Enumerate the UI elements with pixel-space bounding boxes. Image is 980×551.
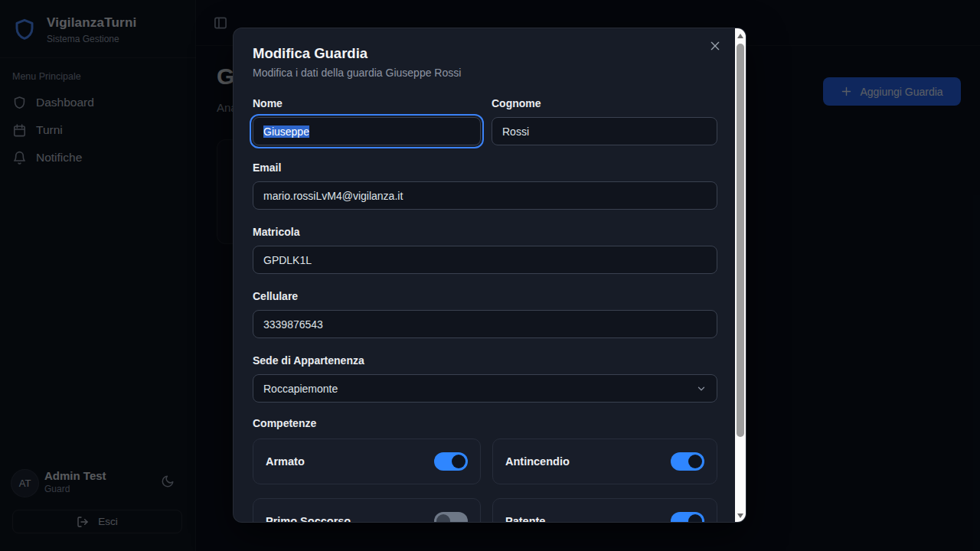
competenza-card-patente: Patente bbox=[492, 498, 717, 523]
modal-subtitle: Modifica i dati della guardia Giuseppe R… bbox=[253, 67, 461, 79]
cognome-value: Rossi bbox=[502, 126, 529, 138]
nome-label: Nome bbox=[253, 96, 481, 111]
sede-value: Roccapiemonte bbox=[263, 383, 338, 395]
armato-label: Armato bbox=[266, 455, 305, 468]
edit-guard-modal: Modifica Guardia Modifica i dati della g… bbox=[233, 28, 746, 523]
email-label: Email bbox=[253, 160, 717, 175]
cellulare-input[interactable]: 3339876543 bbox=[253, 310, 717, 338]
armato-toggle[interactable] bbox=[434, 452, 468, 471]
nome-value-selected: Giuseppe bbox=[263, 126, 309, 138]
sede-select[interactable]: Roccapiemonte bbox=[253, 374, 717, 403]
antincendio-label: Antincendio bbox=[505, 455, 570, 468]
email-input[interactable]: mario.rossiLvM4@vigilanza.it bbox=[253, 181, 717, 210]
primo-soccorso-toggle[interactable] bbox=[434, 512, 468, 523]
patente-toggle[interactable] bbox=[671, 512, 704, 523]
nome-input[interactable]: Giuseppe bbox=[253, 117, 481, 145]
sede-label: Sede di Appartenenza bbox=[253, 353, 717, 368]
toggle-knob bbox=[688, 514, 702, 523]
modal-title: Modifica Guardia bbox=[253, 45, 368, 62]
scrollbar-thumb[interactable] bbox=[737, 44, 744, 437]
matricola-input[interactable]: GPDLK1L bbox=[253, 246, 717, 274]
close-icon[interactable] bbox=[709, 40, 721, 52]
app-root: VigilanzaTurni Sistema Gestione Menu Pri… bbox=[0, 0, 980, 551]
matricola-value: GPDLK1L bbox=[263, 254, 312, 266]
toggle-knob bbox=[452, 455, 466, 468]
competenze-label: Competenze bbox=[253, 416, 316, 431]
cellulare-value: 3339876543 bbox=[263, 318, 323, 331]
toggle-knob bbox=[436, 514, 450, 523]
scroll-down-arrow-icon[interactable] bbox=[737, 514, 743, 518]
scroll-up-arrow-icon[interactable] bbox=[737, 34, 743, 38]
cellulare-label: Cellulare bbox=[253, 289, 717, 304]
chevron-down-icon bbox=[696, 383, 707, 394]
competenza-card-primo-soccorso: Primo Soccorso bbox=[253, 498, 481, 523]
primo-soccorso-label: Primo Soccorso bbox=[266, 515, 351, 523]
antincendio-toggle[interactable] bbox=[671, 452, 704, 471]
cognome-input[interactable]: Rossi bbox=[492, 117, 717, 145]
matricola-label: Matricola bbox=[253, 224, 717, 240]
cognome-label: Cognome bbox=[492, 96, 717, 111]
toggle-knob bbox=[688, 455, 702, 468]
competenza-card-antincendio: Antincendio bbox=[492, 439, 717, 484]
modal-scrollbar[interactable] bbox=[735, 28, 746, 523]
email-value: mario.rossiLvM4@vigilanza.it bbox=[263, 190, 403, 202]
competenza-card-armato: Armato bbox=[253, 439, 481, 484]
patente-label: Patente bbox=[505, 515, 545, 523]
